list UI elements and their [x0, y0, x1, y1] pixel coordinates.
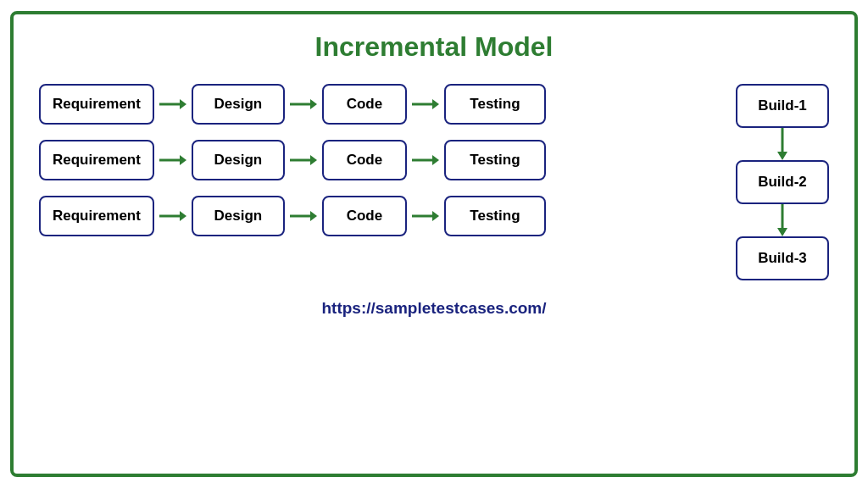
- row3-requirement: Requirement: [39, 196, 154, 236]
- svg-marker-11: [432, 155, 439, 165]
- svg-marker-21: [777, 228, 787, 236]
- arrow-r2-3: [412, 152, 439, 169]
- row2-design: Design: [192, 140, 285, 180]
- svg-marker-7: [180, 155, 186, 165]
- svg-marker-15: [310, 211, 317, 221]
- builds-column: Build-1 Build-2 Build-3: [736, 84, 829, 280]
- row1-testing: Testing: [444, 84, 546, 125]
- build-2: Build-2: [736, 160, 829, 204]
- row3-design: Design: [192, 196, 285, 236]
- footer-link[interactable]: https://sampletestcases.com/: [321, 299, 546, 318]
- arrow-r3-2: [290, 208, 317, 225]
- arrow-r1-3: [412, 96, 439, 113]
- row1-requirement: Requirement: [39, 84, 154, 125]
- row-3: Requirement Design Code Testing: [39, 196, 712, 236]
- svg-marker-19: [777, 152, 787, 160]
- left-rows: Requirement Design Code Testing Requirem…: [39, 84, 712, 280]
- row1-code: Code: [322, 84, 407, 125]
- arrow-r2-1: [159, 152, 186, 169]
- svg-marker-1: [180, 99, 186, 109]
- row2-testing: Testing: [444, 140, 546, 180]
- svg-marker-13: [180, 211, 186, 221]
- row1-design: Design: [192, 84, 285, 125]
- row3-testing: Testing: [444, 196, 546, 236]
- build-1: Build-1: [736, 84, 829, 128]
- arrow-r3-1: [159, 208, 186, 225]
- arrow-r1-1: [159, 96, 186, 113]
- svg-marker-9: [310, 155, 317, 165]
- row2-code: Code: [322, 140, 407, 180]
- rows-area: Requirement Design Code Testing Requirem…: [39, 84, 829, 280]
- arrow-r1-2: [290, 96, 317, 113]
- build-3: Build-3: [736, 236, 829, 280]
- row2-requirement: Requirement: [39, 140, 154, 180]
- row3-code: Code: [322, 196, 407, 236]
- diagram-container: Incremental Model Requirement Design Cod…: [10, 11, 858, 477]
- arrow-down-1: [774, 128, 791, 160]
- svg-marker-3: [310, 99, 317, 109]
- arrow-r3-3: [412, 208, 439, 225]
- svg-marker-17: [432, 211, 439, 221]
- svg-marker-5: [432, 99, 439, 109]
- arrow-down-2: [774, 204, 791, 236]
- row-2: Requirement Design Code Testing: [39, 140, 712, 180]
- arrow-r2-2: [290, 152, 317, 169]
- diagram-title: Incremental Model: [315, 31, 554, 63]
- row-1: Requirement Design Code Testing: [39, 84, 712, 125]
